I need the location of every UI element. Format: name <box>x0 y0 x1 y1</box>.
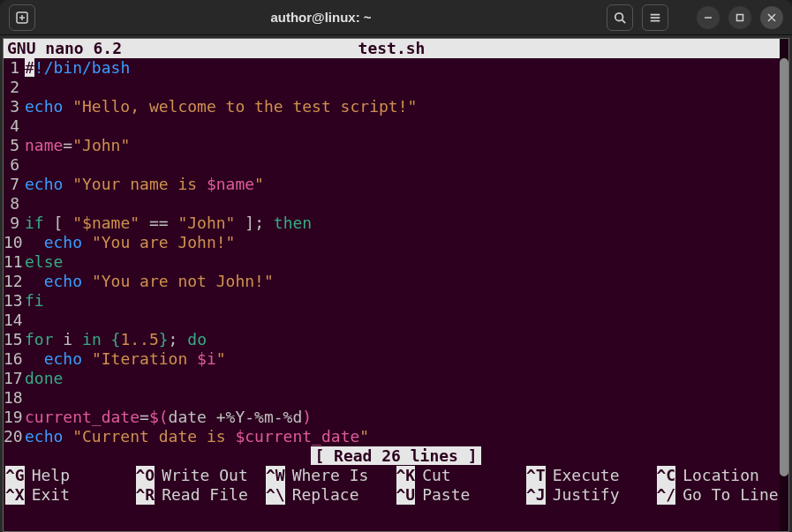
shortcut-item: ^GHelp <box>5 466 136 485</box>
editor-content[interactable]: 1#!/bin/bash23echo "Hello, welcome to th… <box>4 58 788 446</box>
scrollbar-thumb[interactable] <box>780 58 788 476</box>
line-number: 8 <box>4 194 25 214</box>
nano-shortcuts: ^GHelp^OWrite Out^WWhere Is^KCut^TExecut… <box>4 466 788 506</box>
new-tab-button[interactable] <box>9 4 35 31</box>
shortcut-label: Replace <box>285 485 359 505</box>
code-line[interactable]: 11else <box>4 252 788 272</box>
terminal-window: author@linux: ~ GNU nano 6.2 test.sh <box>0 0 792 532</box>
code-content: name="John" <box>25 136 130 155</box>
code-line[interactable]: 8 <box>4 194 788 214</box>
status-text: [ Read 26 lines ] <box>311 446 480 465</box>
shortcut-item: ^JJustify <box>526 485 657 505</box>
shortcut-item: ^RRead File <box>136 485 267 505</box>
code-line[interactable]: 14 <box>4 311 788 330</box>
line-number: 17 <box>4 369 25 388</box>
code-content: for i in {1..5}; do <box>25 330 207 349</box>
line-number: 18 <box>4 388 25 408</box>
titlebar: author@linux: ~ <box>0 0 792 35</box>
code-line[interactable]: 5name="John" <box>4 136 788 155</box>
code-line[interactable]: 6 <box>4 155 788 175</box>
minimize-button[interactable] <box>697 6 720 29</box>
code-line[interactable]: 15for i in {1..5}; do <box>4 330 788 349</box>
shortcut-item: ^UPaste <box>396 485 527 505</box>
line-number: 15 <box>4 330 25 349</box>
line-number: 9 <box>4 214 25 233</box>
code-content: echo "Iteration $i" <box>25 349 226 369</box>
shortcut-label: Go To Line <box>675 485 778 505</box>
code-line[interactable]: 9if [ "$name" == "John" ]; then <box>4 214 788 233</box>
shortcut-item: ^/Go To Line <box>657 485 788 505</box>
code-line[interactable]: 1#!/bin/bash <box>4 58 788 78</box>
shortcut-item: ^WWhere Is <box>266 466 396 485</box>
line-number: 2 <box>4 78 25 97</box>
line-number: 6 <box>4 155 25 175</box>
code-content: #!/bin/bash <box>25 58 130 78</box>
scrollbar[interactable] <box>780 39 788 531</box>
shortcut-key: ^/ <box>657 485 676 505</box>
status-line: [ Read 26 lines ] <box>4 446 788 466</box>
shortcut-key: ^\ <box>266 485 285 505</box>
line-number: 14 <box>4 311 25 330</box>
shortcut-label: Paste <box>415 485 470 505</box>
shortcut-key: ^W <box>266 466 285 485</box>
line-number: 16 <box>4 349 25 369</box>
shortcut-label: Help <box>25 466 70 485</box>
terminal-area[interactable]: GNU nano 6.2 test.sh 1#!/bin/bash23echo … <box>3 38 789 532</box>
code-line[interactable]: 20echo "Current date is $current_date" <box>4 427 788 446</box>
menu-button[interactable] <box>642 4 668 31</box>
shortcut-label: Location <box>675 466 759 485</box>
shortcut-item: ^\Replace <box>266 485 396 505</box>
line-number: 4 <box>4 116 25 136</box>
shortcut-label: Read File <box>155 485 248 505</box>
line-number: 5 <box>4 136 25 155</box>
code-content: fi <box>25 291 44 311</box>
code-content: current_date=$(date +%Y-%m-%d) <box>25 408 312 427</box>
code-content: if [ "$name" == "John" ]; then <box>25 214 312 233</box>
shortcut-key: ^J <box>526 485 546 505</box>
code-line[interactable]: 17done <box>4 369 788 388</box>
shortcut-key: ^R <box>136 485 155 505</box>
shortcut-item: ^CLocation <box>657 466 788 485</box>
svg-rect-2 <box>737 14 743 20</box>
line-number: 13 <box>4 291 25 311</box>
code-line[interactable]: 12 echo "You are not John!" <box>4 272 788 291</box>
line-number: 12 <box>4 272 25 291</box>
line-number: 3 <box>4 97 25 116</box>
shortcut-key: ^T <box>526 466 546 485</box>
shortcut-label: Exit <box>25 485 70 505</box>
shortcut-label: Execute <box>546 466 620 485</box>
shortcut-key: ^K <box>396 466 416 485</box>
code-line[interactable]: 13fi <box>4 291 788 311</box>
nano-filename: test.sh <box>122 39 785 58</box>
code-line[interactable]: 19current_date=$(date +%Y-%m-%d) <box>4 408 788 427</box>
nano-app-name: GNU nano 6.2 <box>7 39 122 58</box>
svg-point-1 <box>615 12 623 20</box>
close-button[interactable] <box>760 6 783 29</box>
code-content: else <box>25 252 63 272</box>
code-line[interactable]: 18 <box>4 388 788 408</box>
code-line[interactable]: 10 echo "You are John!" <box>4 233 788 252</box>
code-line[interactable]: 2 <box>4 78 788 97</box>
code-content: done <box>25 369 63 388</box>
code-content: echo "Current date is $current_date" <box>25 427 369 446</box>
shortcut-item: ^OWrite Out <box>136 466 267 485</box>
shortcut-key: ^U <box>396 485 416 505</box>
code-line[interactable]: 4 <box>4 116 788 136</box>
shortcut-label: Justify <box>546 485 620 505</box>
maximize-button[interactable] <box>728 6 751 29</box>
code-content: echo "You are John!" <box>25 233 235 252</box>
code-line[interactable]: 7echo "Your name is $name" <box>4 175 788 194</box>
search-button[interactable] <box>607 4 633 31</box>
nano-header: GNU nano 6.2 test.sh <box>4 39 788 58</box>
line-number: 11 <box>4 252 25 272</box>
code-content: echo "Your name is $name" <box>25 175 264 194</box>
window-title: author@linux: ~ <box>35 10 607 25</box>
code-content: echo "You are not John!" <box>25 272 274 291</box>
shortcut-label: Where Is <box>285 466 369 485</box>
code-line[interactable]: 16 echo "Iteration $i" <box>4 349 788 369</box>
shortcut-item: ^XExit <box>5 485 136 505</box>
shortcut-label: Write Out <box>155 466 248 485</box>
shortcut-label: Cut <box>415 466 451 485</box>
line-number: 20 <box>4 427 25 446</box>
code-line[interactable]: 3echo "Hello, welcome to the test script… <box>4 97 788 116</box>
